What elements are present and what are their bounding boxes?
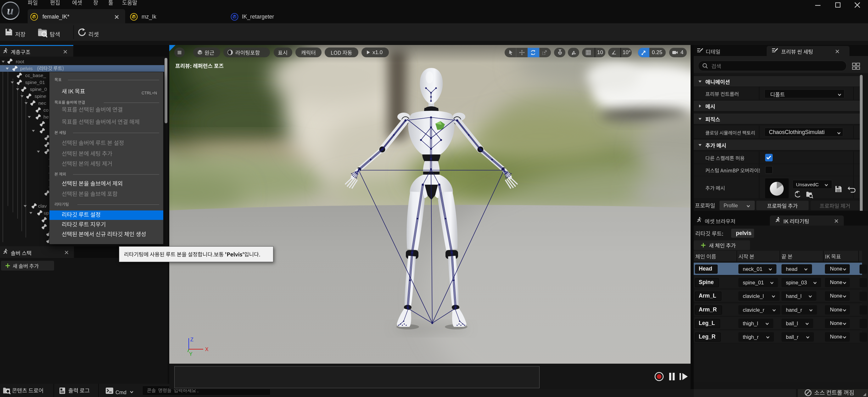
- svg-text:X: X: [205, 347, 209, 352]
- svg-text:Z: Z: [190, 337, 193, 342]
- svg-text:Y: Y: [189, 352, 192, 357]
